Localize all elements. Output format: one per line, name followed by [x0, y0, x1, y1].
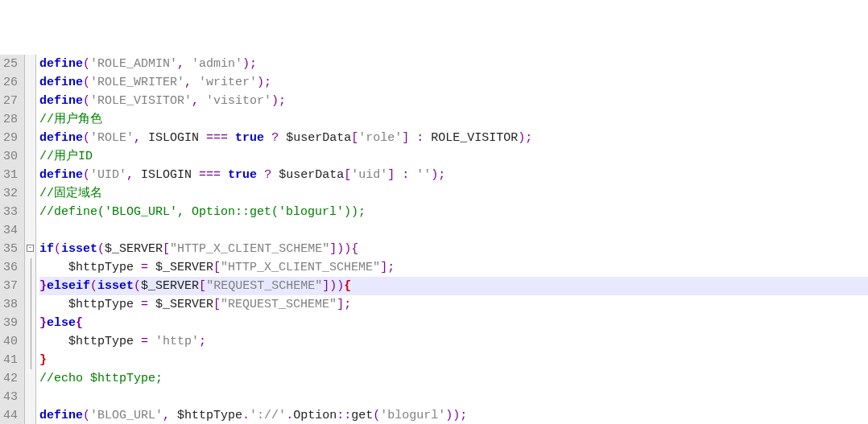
fold-cell[interactable]: [25, 406, 35, 424]
code-line[interactable]: define('ROLE', ISLOGIN === true ? $userD…: [39, 129, 868, 147]
fold-cell[interactable]: [25, 332, 35, 351]
fold-cell[interactable]: -: [25, 240, 35, 258]
token-op: ,: [184, 76, 199, 89]
fold-cell[interactable]: [25, 258, 35, 277]
token-op: ===: [192, 168, 228, 182]
line-number: 34: [3, 221, 18, 240]
token-op: [39, 335, 68, 348]
fold-cell[interactable]: [25, 369, 35, 388]
token-var: $_SERVER: [105, 242, 163, 256]
token-op: ])): [322, 279, 344, 293]
fold-cell[interactable]: [25, 73, 35, 92]
fold-cell[interactable]: [25, 388, 35, 406]
code-line[interactable]: }else{: [39, 314, 868, 332]
token-kw: define: [39, 168, 83, 182]
code-line[interactable]: $httpType = $_SERVER["HTTP_X_CLIENT_SCHE…: [39, 258, 868, 277]
fold-toggle-icon[interactable]: -: [27, 245, 34, 252]
token-op: .: [242, 409, 250, 422]
code-area[interactable]: define('ROLE_ADMIN', 'admin');define('RO…: [36, 55, 868, 424]
code-line[interactable]: define('UID', ISLOGIN === true ? $userDa…: [39, 166, 868, 184]
token-op: [: [344, 168, 351, 182]
fold-column[interactable]: -: [25, 55, 36, 424]
token-cmt: //用户角色: [39, 113, 102, 126]
fold-cell[interactable]: [25, 277, 35, 295]
token-str: 'http': [155, 335, 199, 348]
token-op: ];: [380, 261, 395, 274]
token-var: $httpType: [177, 409, 242, 422]
code-editor[interactable]: 2526272829303132333435363738394041424344…: [0, 55, 868, 424]
code-line[interactable]: //用户角色: [39, 110, 868, 129]
token-str: "REQUEST_SCHEME": [221, 298, 337, 311]
line-number: 39: [3, 314, 18, 332]
fold-cell[interactable]: [25, 55, 35, 73]
token-op: (: [97, 242, 105, 256]
token-op: ,: [163, 409, 177, 422]
code-line[interactable]: $httpType = 'http';: [39, 332, 868, 351]
line-number: 29: [3, 129, 18, 147]
token-op: ;: [199, 335, 206, 348]
token-red: {: [344, 279, 351, 293]
line-number: 42: [3, 369, 18, 388]
token-const: ISLOGIN: [148, 131, 199, 145]
code-line[interactable]: [39, 221, 868, 240]
token-kw: isset: [97, 279, 134, 293]
line-number: 37: [3, 277, 18, 295]
token-op: [: [163, 242, 170, 256]
token-op: ] :: [387, 168, 416, 182]
code-line[interactable]: if(isset($_SERVER["HTTP_X_CLIENT_SCHEME"…: [39, 240, 868, 258]
token-kw: elseif: [47, 279, 90, 293]
token-op: ?: [264, 131, 286, 145]
fold-cell[interactable]: [25, 147, 35, 166]
token-kw: define: [39, 57, 83, 71]
token-op: ,: [192, 94, 206, 108]
fold-cell[interactable]: [25, 184, 35, 203]
fold-cell[interactable]: [25, 166, 35, 184]
code-line[interactable]: $httpType = $_SERVER["REQUEST_SCHEME"];: [39, 295, 868, 314]
token-op: ));: [445, 409, 467, 422]
code-line[interactable]: define('ROLE_WRITER', 'writer');: [39, 73, 868, 92]
line-number: 41: [3, 351, 18, 369]
code-line[interactable]: [39, 388, 868, 406]
token-var: $_SERVER: [155, 298, 213, 311]
token-str: 'uid': [351, 168, 387, 182]
token-op: [: [199, 279, 206, 293]
code-line[interactable]: define('BLOG_URL', $httpType.'://'.Optio…: [39, 406, 868, 424]
token-call: get: [351, 409, 373, 422]
token-op: );: [242, 57, 257, 71]
fold-cell[interactable]: [25, 129, 35, 147]
token-bool: true: [235, 131, 264, 145]
token-str: 'BLOG_URL': [90, 409, 163, 422]
fold-cell[interactable]: [25, 351, 35, 369]
code-line[interactable]: //echo $httpType;: [39, 369, 868, 388]
token-str: 'visitor': [206, 94, 271, 108]
token-str: "HTTP_X_CLIENT_SCHEME": [170, 242, 329, 256]
token-str: "REQUEST_SCHEME": [206, 279, 322, 293]
fold-cell[interactable]: [25, 221, 35, 240]
code-line[interactable]: define('ROLE_ADMIN', 'admin');: [39, 55, 868, 73]
code-line[interactable]: }: [39, 351, 868, 369]
code-line[interactable]: //用户ID: [39, 147, 868, 166]
fold-cell[interactable]: [25, 295, 35, 314]
line-number: 35: [3, 240, 18, 258]
fold-cell[interactable]: [25, 314, 35, 332]
token-op: ::: [337, 409, 351, 422]
token-var: $httpType: [68, 335, 134, 348]
line-number: 27: [3, 92, 18, 110]
token-var: $httpType: [68, 298, 134, 311]
token-op: [: [213, 261, 221, 274]
token-op: [39, 261, 68, 274]
token-str: 'blogurl': [380, 409, 445, 422]
fold-cell[interactable]: [25, 110, 35, 129]
code-line[interactable]: }elseif(isset($_SERVER["REQUEST_SCHEME"]…: [39, 277, 868, 295]
fold-cell[interactable]: [25, 92, 35, 110]
fold-cell[interactable]: [25, 203, 35, 221]
code-line[interactable]: //固定域名: [39, 184, 868, 203]
line-number: 40: [3, 332, 18, 351]
token-var: $httpType: [68, 261, 134, 274]
token-op: .: [286, 409, 293, 422]
line-number: 31: [3, 166, 18, 184]
line-number: 30: [3, 147, 18, 166]
code-line[interactable]: define('ROLE_VISITOR', 'visitor');: [39, 92, 868, 110]
code-line[interactable]: //define('BLOG_URL', Option::get('blogur…: [39, 203, 868, 221]
token-cmt: //固定域名: [39, 187, 102, 200]
